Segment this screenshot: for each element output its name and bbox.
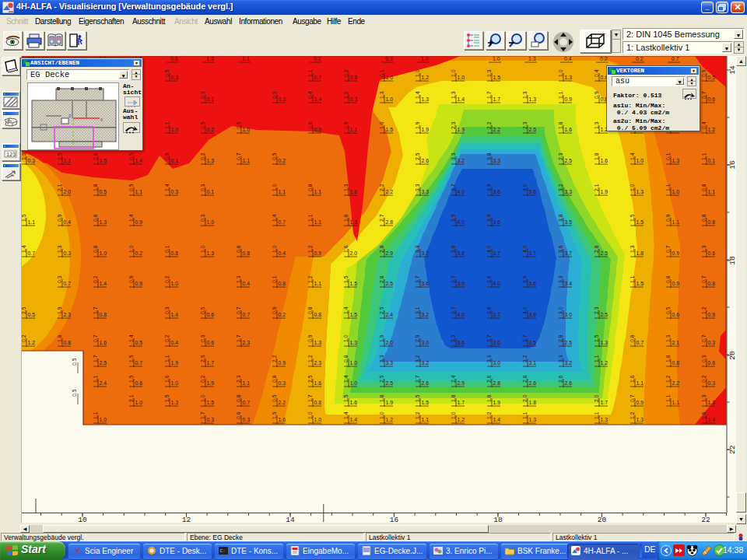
svg-text:1.1: 1.1 — [243, 380, 251, 386]
svg-text:1.0: 1.0 — [637, 158, 644, 163]
svg-text:0.8: 0.8 — [314, 312, 322, 317]
svg-text:2.9: 2.9 — [458, 380, 465, 386]
svg-text:2.0: 2.0 — [522, 394, 528, 402]
svg-text:3.0: 3.0 — [558, 306, 563, 314]
svg-text:1.3: 1.3 — [637, 417, 644, 422]
svg-text:3.7: 3.7 — [422, 250, 430, 256]
svg-text:1.0: 1.0 — [379, 411, 384, 419]
svg-text:2.8: 2.8 — [493, 380, 501, 386]
svg-text:1.0: 1.0 — [171, 127, 179, 132]
svg-text:1.2: 1.2 — [415, 411, 420, 419]
svg-text:2.8: 2.8 — [558, 334, 563, 342]
svg-text:0.3: 0.3 — [207, 417, 215, 422]
svg-text:1.3: 1.3 — [422, 96, 430, 102]
svg-text:3.2: 3.2 — [565, 360, 573, 366]
svg-text:3.2: 3.2 — [422, 360, 430, 366]
svg-text:1.5: 1.5 — [128, 375, 134, 383]
svg-text:1.0: 1.0 — [451, 69, 456, 77]
svg-text:3.1: 3.1 — [529, 360, 537, 366]
svg-text:1.8: 1.8 — [558, 121, 563, 129]
svg-text:3.3: 3.3 — [415, 184, 420, 191]
svg-text:1.0: 1.0 — [493, 56, 500, 61]
svg-text:0.9: 0.9 — [565, 96, 573, 102]
svg-text:1.8: 1.8 — [93, 184, 98, 191]
svg-text:1.2: 1.2 — [708, 127, 716, 132]
svg-text:0.3: 0.3 — [701, 355, 707, 362]
svg-text:2.2: 2.2 — [272, 355, 277, 362]
svg-text:0.3: 0.3 — [171, 189, 179, 194]
svg-text:1.5: 1.5 — [164, 394, 170, 402]
svg-text:2.3: 2.3 — [243, 340, 251, 345]
svg-text:1.0: 1.0 — [100, 417, 107, 422]
svg-text:0.3: 0.3 — [64, 250, 72, 256]
svg-text:1.1: 1.1 — [350, 127, 358, 132]
svg-text:1.7: 1.7 — [307, 394, 313, 402]
svg-text:1.1: 1.1 — [243, 158, 251, 163]
svg-text:1.7: 1.7 — [493, 96, 501, 102]
svg-text:1.3: 1.3 — [522, 91, 528, 99]
svg-text:1.0: 1.0 — [207, 219, 215, 225]
svg-text:0.8: 0.8 — [279, 281, 286, 286]
svg-text:1.5: 1.5 — [350, 281, 358, 286]
svg-text:1.2: 1.2 — [422, 75, 430, 80]
svg-text:2.5: 2.5 — [379, 306, 384, 314]
svg-text:1.0: 1.0 — [350, 360, 358, 366]
svg-text:3.2: 3.2 — [458, 158, 465, 163]
svg-text:1.3: 1.3 — [701, 394, 707, 402]
svg-text:1.3: 1.3 — [171, 400, 179, 405]
svg-text:1.3: 1.3 — [565, 75, 573, 80]
svg-text:3.4: 3.4 — [565, 281, 573, 286]
svg-text:0.5: 0.5 — [28, 312, 36, 317]
svg-text:0.6: 0.6 — [236, 245, 241, 253]
svg-text:1.8: 1.8 — [57, 334, 62, 342]
svg-text:1.3: 1.3 — [207, 158, 215, 163]
svg-text:3.0: 3.0 — [565, 312, 573, 317]
svg-text:2.6: 2.6 — [565, 380, 573, 386]
svg-text:1.0: 1.0 — [343, 334, 349, 342]
svg-text:1.1: 1.1 — [242, 56, 250, 61]
svg-text:1.3: 1.3 — [601, 340, 608, 345]
svg-text:1.1: 1.1 — [558, 91, 563, 99]
svg-text:3.3: 3.3 — [486, 355, 492, 362]
svg-text:3.9: 3.9 — [451, 214, 456, 222]
svg-text:3.3: 3.3 — [558, 275, 563, 283]
svg-text:1.4: 1.4 — [415, 91, 420, 99]
svg-text:1.5: 1.5 — [343, 394, 349, 402]
svg-text:0.4: 0.4 — [64, 219, 72, 225]
svg-text:3.5: 3.5 — [565, 219, 573, 225]
svg-text:1.8: 1.8 — [379, 394, 384, 402]
svg-text:2.1: 2.1 — [57, 184, 62, 191]
svg-text:0.7: 0.7 — [701, 275, 707, 283]
svg-text:0.3: 0.3 — [200, 91, 205, 99]
svg-text:1.0: 1.0 — [630, 184, 635, 191]
svg-text:2.1: 2.1 — [594, 184, 599, 191]
svg-text:2.5: 2.5 — [200, 355, 205, 362]
svg-text:0.7: 0.7 — [701, 91, 707, 99]
svg-text:1.4: 1.4 — [493, 417, 501, 422]
svg-text:0.5: 0.5 — [135, 340, 143, 345]
svg-text:1.3: 1.3 — [486, 69, 492, 77]
svg-text:1.8: 1.8 — [665, 355, 671, 362]
svg-text:0.4: 0.4 — [279, 250, 286, 256]
svg-text:1.8: 1.8 — [594, 152, 599, 160]
svg-text:0.2: 0.2 — [279, 158, 286, 163]
svg-text:3.3: 3.3 — [558, 355, 563, 362]
svg-text:1.6: 1.6 — [100, 340, 107, 345]
svg-text:1.2: 1.2 — [630, 411, 635, 419]
svg-text:1.3: 1.3 — [451, 91, 456, 99]
svg-text:3.7: 3.7 — [522, 334, 528, 342]
svg-text:3.2: 3.2 — [522, 355, 528, 362]
svg-text:0.1: 0.1 — [272, 275, 277, 283]
svg-text:1.7: 1.7 — [93, 355, 98, 362]
svg-text:0.5: 0.5 — [128, 152, 134, 160]
svg-text:0.7: 0.7 — [672, 56, 679, 61]
svg-text:0.5: 0.5 — [236, 121, 241, 129]
svg-text:1.8: 1.8 — [637, 250, 644, 256]
svg-text:0.6: 0.6 — [93, 214, 98, 222]
svg-text:0.5: 0.5 — [665, 306, 671, 314]
svg-text:0.6: 0.6 — [236, 411, 241, 419]
svg-text:1.9: 1.9 — [601, 189, 608, 194]
svg-text:3.7: 3.7 — [565, 250, 573, 256]
svg-text:0.3: 0.3 — [200, 184, 205, 191]
svg-text:0.8: 0.8 — [307, 184, 313, 191]
